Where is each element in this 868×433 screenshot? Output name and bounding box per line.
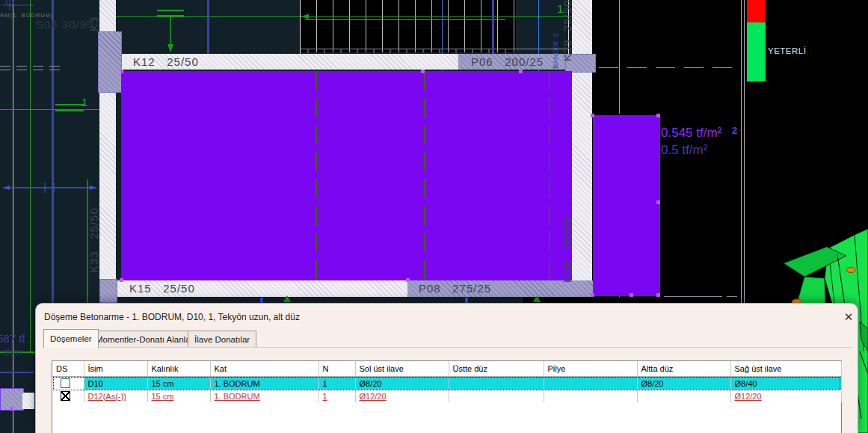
grid-line (619, 0, 620, 114)
legend-color-red (747, 0, 766, 22)
checkbox-checked[interactable] (61, 391, 70, 401)
cell-kat[interactable]: 1. BODRUM (210, 390, 318, 402)
axis-number: 1 (81, 96, 87, 108)
col-sag-ust-ilave[interactable]: Sağ üst ilave (730, 361, 841, 377)
slab-selected-small[interactable] (593, 115, 660, 296)
left-load-value: 587 tf (0, 332, 25, 345)
beam-band-k38-k39[interactable] (572, 0, 592, 292)
slab-load-limit: 0.5 tf/m² (661, 143, 707, 158)
column[interactable] (98, 31, 122, 93)
cell-sag-ust-ilave[interactable]: Ø12/20 (730, 390, 841, 402)
load-number: 2 (732, 125, 737, 136)
beam-label-k38: K38 25/50 (560, 217, 575, 283)
tab-dosemeler[interactable]: Döşemeler (43, 329, 99, 348)
dialog-doseme-betonarme: Döşeme Betonarme - 1. BODRUM, D10, 1, Te… (35, 303, 858, 433)
tab-ilave-donatilar[interactable]: İlave Donatılar (188, 331, 256, 347)
col-kat[interactable]: Kat (210, 361, 318, 377)
table-row-d10[interactable]: D10 15 cm 1. BODRUM 1 Ø8/20 Ø8/20 Ø8/40 (52, 377, 841, 390)
grip-handle[interactable] (630, 293, 633, 297)
dashed-line (570, 67, 740, 68)
col-ds[interactable]: DS (52, 361, 84, 377)
section-line-green (116, 16, 572, 17)
col-altta-duz[interactable]: Altta düz (637, 361, 730, 377)
grip-handle[interactable] (656, 200, 660, 204)
dialog-title: Döşeme Betonarme - 1. BODRUM, D10, 1, Te… (44, 312, 300, 322)
table-row-d12[interactable]: D12(As(-)) 15 cm 1. BODRUM 1 Ø12/20 Ø12/… (52, 390, 841, 402)
cell-kalinlik[interactable]: 15 cm (147, 377, 210, 390)
cell-isim[interactable]: D10 (84, 377, 147, 390)
grip-handle[interactable] (656, 114, 660, 117)
beam-label-k15: K15 25/50 (129, 282, 195, 295)
cell-ustte-duz[interactable] (449, 377, 544, 390)
checkbox-unchecked[interactable] (61, 378, 70, 388)
app-window: K12 25/50 P06 200/25 K15 25/50 P08 275/2… (0, 0, 868, 433)
grip-handle[interactable] (406, 278, 410, 282)
axis-line-blue (492, 0, 494, 54)
grip-handle[interactable] (421, 70, 425, 73)
col-ustte-duz[interactable]: Üstte düz (449, 361, 544, 377)
beam-label-p06: P06 200/25 (471, 55, 544, 68)
dim-line-blue (0, 372, 34, 373)
grip-handle[interactable] (519, 70, 523, 73)
column-tag-s06: S06 30/90 (36, 18, 93, 31)
stair-line (305, 19, 505, 20)
legend-status-label: YETERLİ (768, 46, 806, 55)
grip-handle[interactable] (656, 293, 660, 297)
wall-stub[interactable] (22, 393, 34, 409)
cell-n[interactable]: 1 (318, 390, 355, 402)
cell-sol-ust-ilave[interactable]: Ø12/20 (355, 390, 449, 402)
col-isim[interactable]: İsim (84, 361, 147, 377)
band-label-top: BAND08 2 (548, 33, 563, 69)
legend-color-green (747, 22, 766, 82)
hidden-beam-line (316, 71, 317, 280)
ds-cell[interactable] (52, 390, 84, 402)
left-load-value-2: t tf/m (0, 346, 22, 358)
cell-altta-duz[interactable] (637, 390, 730, 402)
grip-handle[interactable] (591, 114, 594, 117)
axis-number: 1 (557, 2, 563, 15)
grip-handle[interactable] (10, 407, 13, 411)
tab-divider (45, 347, 852, 348)
shadow-strip (523, 297, 742, 303)
col-kalinlik[interactable]: Kalınlık (147, 361, 210, 377)
section-line-green (0, 109, 99, 110)
axis-line-green (30, 0, 31, 351)
beam-label-p08: P08 275/25 (419, 282, 491, 295)
cell-kalinlik[interactable]: 15 cm (147, 390, 210, 402)
slab-selected-main[interactable] (121, 71, 572, 280)
column[interactable] (99, 279, 117, 303)
tab-momentler-donati-alanlari[interactable]: Momentler-Donatı Alanları (89, 331, 203, 347)
table-header-row: DS İsim Kalınlık Kat N Sol üst ilave Üst… (52, 361, 841, 377)
hidden-beam-line (549, 71, 550, 280)
axis-line-blue (207, 0, 209, 54)
grid-line (13, 0, 13, 433)
grip-handle[interactable] (120, 278, 123, 282)
cell-n[interactable]: 1 (318, 377, 355, 390)
hidden-beam-line (424, 71, 425, 280)
cell-pilye[interactable] (544, 377, 637, 390)
stair-plan[interactable] (300, 0, 516, 52)
grip-handle[interactable] (120, 70, 123, 73)
col-pilye[interactable]: Pilye (544, 361, 637, 377)
close-icon[interactable]: ✕ (840, 309, 857, 325)
col-n[interactable]: N (318, 361, 355, 377)
slab-table-grid: DS İsim Kalınlık Kat N Sol üst ilave Üst… (52, 361, 842, 402)
cell-isim[interactable]: D12(As(-)) (84, 390, 147, 402)
band-label-left: BAND01 (0, 300, 1, 328)
cell-sol-ust-ilave[interactable]: Ø8/20 (355, 377, 449, 390)
cell-pilye[interactable] (544, 390, 637, 402)
ds-cell[interactable] (52, 377, 84, 390)
slab-load-value: 0.545 tf/m² (661, 126, 721, 141)
slab-table: DS İsim Kalınlık Kat N Sol üst ilave Üst… (52, 360, 842, 433)
grip-handle[interactable] (591, 293, 594, 297)
cell-sag-ust-ilave[interactable]: Ø8/40 (730, 377, 841, 390)
cell-ustte-duz[interactable] (449, 390, 544, 402)
col-sol-ust-ilave[interactable]: Sol üst ilave (355, 361, 449, 377)
dashed-line (0, 66, 61, 67)
dashed-line (0, 70, 61, 70)
beam-label-k12: K12 25/50 (133, 55, 199, 68)
stair-edge (300, 0, 301, 54)
beam-label-k33: K33 25/50 (87, 207, 102, 273)
cell-altta-duz[interactable]: Ø8/20 (637, 377, 730, 390)
cell-kat[interactable]: 1. BODRUM (210, 377, 318, 390)
